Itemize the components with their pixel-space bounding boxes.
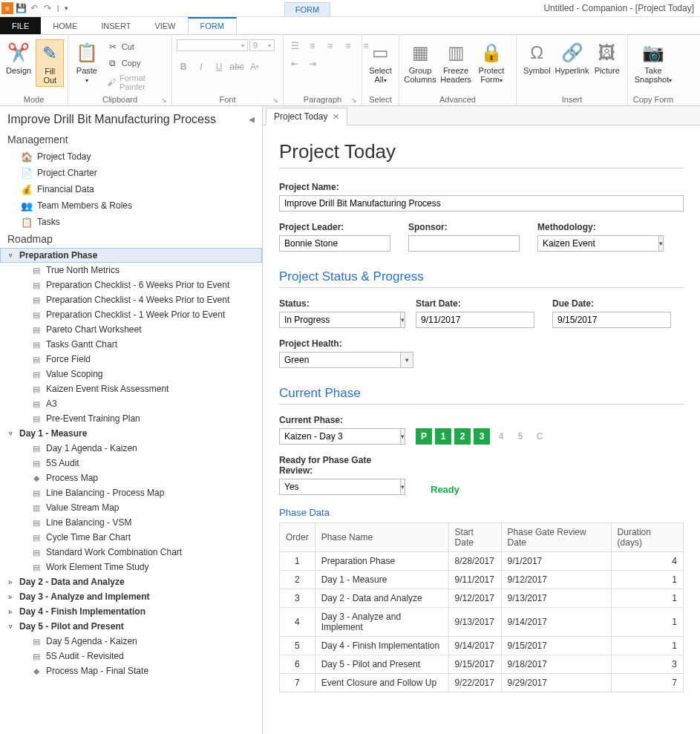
- chevron-down-icon[interactable]: ▾: [400, 428, 405, 445]
- chevron-down-icon[interactable]: ▾: [400, 352, 413, 368]
- table-row[interactable]: 3Day 2 - Data and Analyze9/12/20179/13/2…: [280, 589, 684, 608]
- paragraph-launcher-icon[interactable]: ↘: [351, 96, 357, 104]
- symbol-button[interactable]: ΩSymbol: [521, 39, 553, 76]
- methodology-select[interactable]: [537, 235, 658, 252]
- save-icon[interactable]: 💾: [15, 2, 27, 14]
- tree-leaf[interactable]: ▥Value Stream Map: [0, 500, 262, 515]
- tree-leaf[interactable]: ▤Pareto Chart Worksheet: [0, 322, 262, 337]
- take-snapshot-button[interactable]: 📷Take Snapshot▾: [632, 39, 674, 86]
- cut-button[interactable]: ✂Cut: [104, 39, 167, 54]
- align-center-button[interactable]: ≡: [341, 39, 355, 53]
- group-columns-button[interactable]: ▦Group Columns: [404, 39, 436, 85]
- qat-dropdown-icon[interactable]: ▾: [62, 4, 71, 12]
- format-painter-button[interactable]: 🖌Format Painter: [104, 72, 167, 93]
- clipboard-launcher-icon[interactable]: ↘: [161, 96, 167, 104]
- tree-node[interactable]: ▿Day 5 - Pilot and Present: [0, 619, 262, 634]
- table-row[interactable]: 6Day 5 - Pilot and Present9/15/20179/18/…: [280, 655, 684, 674]
- tree-leaf[interactable]: ▤Cycle Time Bar Chart: [0, 530, 262, 545]
- nav-item[interactable]: 👥Team Members & Roles: [0, 197, 262, 214]
- tree-leaf[interactable]: ▤5S Audit - Revisited: [0, 649, 262, 663]
- tree-leaf[interactable]: ◆Process Map: [0, 471, 262, 485]
- select-all-button[interactable]: ▭ Select All▾: [367, 39, 394, 86]
- tree-node[interactable]: ▹Day 4 - Finish Implementation: [0, 604, 262, 619]
- tree-leaf[interactable]: ▤Line Balancing - Process Map: [0, 485, 262, 500]
- indent-button[interactable]: ⇥: [306, 57, 319, 71]
- tree-leaf[interactable]: ▤Line Balancing - VSM: [0, 515, 262, 530]
- twisty-icon[interactable]: ▹: [9, 578, 16, 586]
- table-row[interactable]: 1Preparation Phase8/28/20179/1/20174: [280, 552, 684, 571]
- current-phase-select[interactable]: [279, 428, 400, 445]
- fill-out-mode-button[interactable]: ✎ Fill Out: [36, 39, 64, 87]
- sponsor-input[interactable]: [408, 235, 520, 252]
- tree-leaf[interactable]: ▤Pre-Event Training Plan: [0, 411, 262, 426]
- tree-leaf[interactable]: ▤Value Scoping: [0, 367, 262, 381]
- chevron-down-icon[interactable]: ▾: [400, 312, 405, 328]
- file-tab[interactable]: FILE: [0, 17, 41, 34]
- hyperlink-button[interactable]: 🔗Hyperlink: [556, 39, 589, 76]
- bullets-button[interactable]: ☰: [288, 39, 301, 53]
- form-tab[interactable]: FORM: [188, 17, 237, 34]
- tab-project-today[interactable]: Project Today ✕: [266, 108, 347, 125]
- font-launcher-icon[interactable]: ↘: [272, 96, 278, 104]
- strike-button[interactable]: abc: [230, 60, 243, 73]
- tree-leaf[interactable]: ▤Preparation Checklist - 1 Week Prior to…: [0, 307, 262, 322]
- tree-leaf[interactable]: ▤True North Metrics: [0, 263, 262, 278]
- numbering-button[interactable]: ≡: [306, 39, 319, 53]
- tree-leaf[interactable]: ▤Preparation Checklist - 4 Weeks Prior t…: [0, 292, 262, 307]
- tree-leaf[interactable]: ▤Tasks Gantt Chart: [0, 337, 262, 352]
- redo-icon[interactable]: ↷: [42, 2, 53, 14]
- font-color-button[interactable]: A▾: [248, 60, 261, 73]
- font-name-combo[interactable]: ▾: [177, 39, 248, 51]
- collapse-sidebar-icon[interactable]: ◂: [249, 112, 255, 126]
- design-mode-button[interactable]: ✂️ Design: [4, 39, 33, 76]
- underline-button[interactable]: U: [212, 60, 226, 73]
- table-row[interactable]: 2Day 1 - Measure9/11/20179/12/20171: [280, 571, 684, 589]
- nav-item[interactable]: 🏠Project Today: [0, 148, 262, 165]
- ready-gate-select[interactable]: [279, 479, 400, 495]
- status-select[interactable]: [279, 312, 400, 328]
- twisty-icon[interactable]: ▹: [9, 608, 16, 615]
- paste-button[interactable]: 📋 Paste▾: [73, 39, 101, 86]
- project-name-input[interactable]: [279, 195, 684, 212]
- bold-button[interactable]: B: [177, 60, 190, 73]
- home-tab[interactable]: HOME: [41, 17, 89, 34]
- tree-node[interactable]: ▹Day 3 - Analyze and Implement: [0, 589, 262, 604]
- insert-tab[interactable]: INSERT: [89, 17, 143, 34]
- table-row[interactable]: 4Day 3 - Analyze and Implement9/13/20179…: [280, 608, 684, 637]
- project-leader-input[interactable]: [279, 235, 390, 252]
- nav-item[interactable]: 📄Project Charter: [0, 165, 262, 181]
- close-icon[interactable]: ✕: [333, 112, 339, 122]
- tree-leaf[interactable]: ▤Force Field: [0, 352, 262, 367]
- twisty-icon[interactable]: ▿: [9, 430, 16, 437]
- twisty-icon[interactable]: ▿: [9, 252, 16, 259]
- freeze-headers-button[interactable]: ▥Freeze Headers: [439, 39, 472, 85]
- start-date-input[interactable]: [416, 312, 534, 328]
- health-select[interactable]: [279, 352, 400, 368]
- tree-leaf[interactable]: ▤Preparation Checklist - 6 Weeks Prior t…: [0, 278, 262, 292]
- chevron-down-icon[interactable]: ▾: [658, 235, 664, 252]
- tree-leaf[interactable]: ▤Standard Work Combination Chart: [0, 545, 262, 560]
- twisty-icon[interactable]: ▹: [9, 593, 16, 600]
- undo-icon[interactable]: ↶: [28, 2, 40, 14]
- copy-button[interactable]: ⧉Copy: [104, 56, 167, 71]
- tree-node[interactable]: ▹Day 2 - Data and Analyze: [0, 574, 262, 589]
- picture-button[interactable]: 🖼Picture: [592, 39, 624, 76]
- due-date-input[interactable]: [552, 312, 671, 328]
- table-row[interactable]: 5Day 4 - Finish Implementation9/14/20179…: [280, 637, 684, 655]
- twisty-icon[interactable]: ▿: [9, 623, 16, 630]
- font-size-combo[interactable]: 9▾: [249, 39, 275, 51]
- tree-node[interactable]: ▿Day 1 - Measure: [0, 426, 262, 441]
- outdent-button[interactable]: ⇤: [288, 57, 301, 71]
- tree-leaf[interactable]: ▤Day 1 Agenda - Kaizen: [0, 441, 262, 456]
- tree-leaf[interactable]: ▤5S Audit: [0, 456, 262, 471]
- protect-form-button[interactable]: 🔒Protect Form▾: [475, 39, 508, 86]
- align-left-button[interactable]: ≡: [324, 39, 337, 53]
- tree-node[interactable]: ▿Preparation Phase: [0, 248, 262, 263]
- tree-leaf[interactable]: ▤A3: [0, 396, 262, 411]
- tree-leaf[interactable]: ▤Kaizen Event Risk Assessment: [0, 381, 262, 396]
- italic-button[interactable]: I: [194, 60, 208, 73]
- tree-leaf[interactable]: ◆Process Map - Final State: [0, 663, 262, 678]
- tree-leaf[interactable]: ▤Work Element Time Study: [0, 560, 262, 574]
- chevron-down-icon[interactable]: ▾: [400, 479, 405, 495]
- nav-item[interactable]: 📋Tasks: [0, 214, 262, 230]
